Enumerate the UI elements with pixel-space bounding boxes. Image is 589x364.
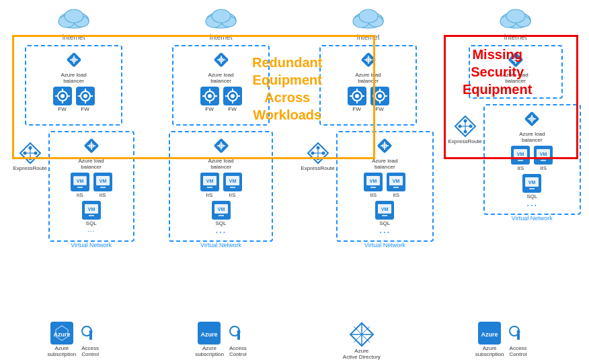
sql-1: VM SQL xyxy=(82,201,101,226)
svg-point-49 xyxy=(212,9,231,23)
diagram: RedundantEquipmentAcrossWorkloads Missin… xyxy=(0,0,589,364)
svg-point-87 xyxy=(359,9,378,23)
svg-text:VM: VM xyxy=(76,179,83,183)
svg-point-3 xyxy=(65,9,83,23)
svg-rect-83 xyxy=(219,215,224,216)
svg-rect-163 xyxy=(89,333,92,340)
svg-rect-159 xyxy=(529,188,535,189)
azure-subscription-icon-2: Azure Azuresubscription xyxy=(195,322,224,357)
azure-subscription-icon-1: Azure Azuresubscription xyxy=(47,322,76,357)
vm-icon-1b: VM IIS xyxy=(93,173,112,198)
redundant-label: RedundantEquipmentAcrossWorkloads xyxy=(252,54,322,124)
svg-text:VM: VM xyxy=(87,207,95,212)
svg-rect-155 xyxy=(541,160,546,161)
vm-icon-1a: VM IIS xyxy=(71,173,89,198)
svg-text:VM: VM xyxy=(229,179,236,183)
svg-text:VM: VM xyxy=(381,207,389,212)
svg-rect-102 xyxy=(379,89,381,91)
svg-text:Azure: Azure xyxy=(201,331,218,338)
svg-point-164 xyxy=(89,330,93,334)
svg-text:VM: VM xyxy=(99,179,106,183)
bottom-row: Azure Azuresubscription AccessControl xyxy=(0,322,589,360)
svg-rect-105 xyxy=(385,95,387,97)
svg-text:VM: VM xyxy=(528,180,536,185)
svg-point-132 xyxy=(506,9,525,23)
svg-rect-120 xyxy=(370,187,376,188)
svg-text:Azure: Azure xyxy=(481,331,498,338)
bottom-sub-2: Azure Azuresubscription AccessControl xyxy=(195,322,248,357)
svg-rect-168 xyxy=(237,333,240,340)
cloud-icon-3 xyxy=(349,5,388,32)
access-control-icon-1: AccessControl xyxy=(80,324,100,357)
cloud-icon-1 xyxy=(54,5,93,32)
svg-rect-75 xyxy=(207,187,212,188)
svg-rect-41 xyxy=(100,187,106,188)
missing-security-label: MissingSecurityEquipment xyxy=(463,46,532,98)
svg-text:VM: VM xyxy=(393,179,400,183)
svg-rect-79 xyxy=(230,187,235,188)
svg-text:VM: VM xyxy=(206,179,213,183)
svg-rect-178 xyxy=(517,333,520,340)
svg-point-169 xyxy=(237,330,240,334)
svg-rect-124 xyxy=(393,187,399,188)
svg-rect-128 xyxy=(382,215,387,216)
svg-rect-45 xyxy=(89,215,94,216)
cloud-icon-2 xyxy=(202,5,241,32)
svg-rect-103 xyxy=(379,101,381,103)
bottom-sub-1: Azure Azuresubscription AccessControl xyxy=(47,322,100,357)
azure-subscription-icon-4: Azure Azuresubscription xyxy=(475,322,504,357)
access-control-icon-2: AccessControl xyxy=(228,324,248,357)
svg-point-101 xyxy=(378,94,382,98)
vm-row-1: VM IIS VM IIS xyxy=(71,173,112,198)
access-control-icon-4: AccessControl xyxy=(508,324,528,357)
svg-text:VM: VM xyxy=(217,207,225,212)
svg-point-179 xyxy=(517,330,520,334)
bottom-ad-3: AzureActive Directory xyxy=(343,322,381,360)
vm-row-3: VM IIS VM IIS xyxy=(364,173,405,198)
svg-rect-37 xyxy=(77,187,83,188)
svg-text:VM: VM xyxy=(370,179,377,183)
cloud-icon-4 xyxy=(496,5,535,32)
svg-rect-151 xyxy=(518,160,523,161)
vm-row-2: VM IIS VM IIS xyxy=(200,173,242,198)
bottom-sub-4: Azure Azuresubscription AccessControl xyxy=(475,322,528,357)
